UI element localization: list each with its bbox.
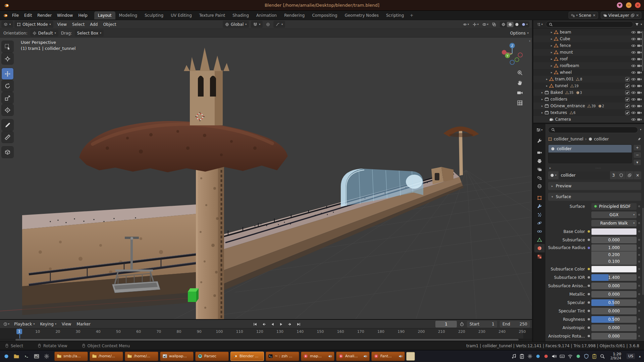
outliner-item-tram-001[interactable]: ▸tram.0018	[533, 76, 644, 82]
taskbar-app-home[interactable]: /home/...	[125, 352, 158, 361]
outliner-item-textures[interactable]: ▸textures6	[533, 109, 644, 116]
properties-tab-render[interactable]	[534, 148, 545, 157]
annotate-tool[interactable]	[2, 119, 13, 131]
decorator-dot[interactable]	[637, 327, 641, 328]
timeline-menu-view[interactable]: View	[59, 321, 74, 327]
camera-icon[interactable]	[637, 104, 642, 109]
scrollbar-thumb[interactable]	[15, 339, 519, 341]
camera-icon[interactable]	[637, 70, 642, 75]
eye-icon[interactable]	[631, 30, 636, 35]
properties-tab-view-layer[interactable]	[534, 165, 545, 174]
checkbox-icon[interactable]	[625, 97, 630, 102]
resize-grip[interactable]: ····	[595, 166, 601, 170]
outliner-search-input[interactable]	[554, 22, 630, 27]
tray-gear-icon[interactable]	[527, 354, 533, 359]
launcher-folder-button[interactable]	[12, 352, 21, 361]
show-overlays-button[interactable]: ▾	[481, 22, 490, 27]
add-cube-tool[interactable]	[2, 146, 13, 158]
taskbar-app-smb-a[interactable]: smb://a...	[54, 352, 88, 361]
copy-icon[interactable]	[631, 13, 635, 17]
taskbar-app-anali[interactable]: Anali...	[336, 352, 370, 361]
tray-dot-icon[interactable]	[543, 354, 549, 359]
decorator-dot[interactable]	[637, 335, 641, 337]
taskbar-app-fant[interactable]: Fant...	[371, 352, 405, 361]
blender-menu-icon[interactable]	[3, 13, 8, 18]
menu-help[interactable]: Help	[75, 12, 90, 19]
outliner-item-ognew-entrance[interactable]: ▸OGnew_entrance392	[533, 103, 644, 109]
taskbar-app-wallpap[interactable]: wallpap...	[160, 352, 194, 361]
outliner-item-cube[interactable]: ▸Cube	[533, 36, 644, 42]
value-slider[interactable]: 0.100	[591, 258, 637, 265]
eye-icon[interactable]	[631, 117, 636, 122]
slot-specials-button[interactable]: ▾	[633, 159, 641, 166]
tray-keyboard-icon[interactable]	[559, 354, 565, 359]
outliner-item-baked[interactable]: ▸Baked353	[533, 89, 644, 96]
move-tool[interactable]	[2, 68, 13, 79]
properties-tab-modifiers[interactable]	[534, 202, 545, 210]
launcher-start-button[interactable]	[2, 352, 11, 361]
tab-modeling[interactable]: Modeling	[115, 11, 141, 19]
prev-keyframe-button[interactable]	[260, 321, 268, 327]
decorator-dot[interactable]	[637, 222, 641, 224]
outliner-item-roofbeam[interactable]: ▸roofbeam	[533, 62, 644, 69]
empty-task-button[interactable]	[406, 352, 415, 361]
editor-type-button[interactable]: ▾	[1, 21, 13, 28]
properties-search-input[interactable]	[557, 127, 635, 132]
camera-icon[interactable]	[637, 43, 642, 48]
tab-geometry-nodes[interactable]: Geometry Nodes	[341, 11, 382, 19]
color-swatch[interactable]	[591, 266, 637, 273]
value-slider[interactable]: 0.500	[591, 299, 637, 306]
unlink-icon[interactable]: ×	[636, 13, 639, 17]
cursor-tool[interactable]	[2, 53, 13, 64]
scale-tool[interactable]	[2, 92, 13, 104]
value-slider[interactable]: 0.000	[591, 308, 637, 314]
eye-icon[interactable]	[631, 43, 636, 48]
decorator-dot[interactable]	[637, 302, 641, 303]
show-gizmo-button[interactable]: ▾	[471, 22, 480, 27]
node-selector[interactable]: Principled BSDF	[591, 203, 637, 210]
surface-panel-header[interactable]: ▾ Surface	[548, 193, 641, 201]
tray-speaker-icon[interactable]	[551, 354, 557, 359]
tab-animation[interactable]: Animation	[253, 11, 280, 19]
breadcrumb-object[interactable]: collider_tunnel	[554, 137, 583, 141]
minimize-button[interactable]: −	[626, 2, 632, 8]
properties-tab-scene[interactable]	[534, 174, 545, 182]
outliner-item-camera[interactable]: Camera	[533, 116, 644, 123]
decorator-dot[interactable]	[637, 277, 641, 278]
decorator-dot[interactable]	[637, 205, 641, 207]
tray-note-icon[interactable]	[511, 354, 517, 359]
launcher-terminal-button[interactable]	[22, 352, 31, 361]
decorator-dot[interactable]	[637, 247, 641, 249]
checkbox-icon[interactable]	[625, 104, 630, 109]
timeline-editor-button[interactable]: ▾	[2, 321, 11, 327]
zoom-button[interactable]	[517, 70, 523, 76]
viewport-menu-select[interactable]: Select	[69, 21, 87, 28]
timeline-ruler[interactable]: 1 10203040506070809010011012013014015016…	[0, 328, 532, 339]
tray-magnifier-icon[interactable]	[600, 354, 605, 359]
unlink-icon[interactable]: ×	[593, 13, 596, 17]
eye-icon[interactable]	[631, 63, 636, 68]
expand-arrow-icon[interactable]: ▸	[549, 44, 554, 47]
expand-arrow-icon[interactable]: ▸	[549, 31, 554, 34]
eye-icon[interactable]	[631, 110, 636, 115]
expand-arrow-icon[interactable]: ▸	[549, 37, 554, 41]
tray-shield-icon[interactable]	[584, 354, 589, 359]
mode-dropdown[interactable]: Object Mode ▾	[14, 21, 53, 28]
eye-icon[interactable]	[631, 37, 636, 42]
snapping-dropdown[interactable]: ▾	[251, 21, 263, 28]
properties-tab-object[interactable]	[534, 194, 545, 202]
camera-view-button[interactable]	[517, 90, 523, 96]
decorator-dot[interactable]	[637, 214, 641, 216]
outliner-item-wheel[interactable]: ▸wheel	[533, 69, 644, 76]
taskbar-app-map[interactable]: map...	[301, 352, 334, 361]
jump-start-button[interactable]	[251, 321, 259, 327]
decorator-dot[interactable]	[637, 268, 641, 270]
duplicate-material-button[interactable]	[626, 171, 634, 179]
transform-tool[interactable]	[2, 104, 13, 116]
expand-arrow-icon[interactable]: ▸	[540, 98, 544, 101]
outliner-search[interactable]	[546, 21, 633, 27]
properties-search[interactable]	[548, 127, 638, 133]
dropdown[interactable]: GGX▾	[591, 212, 637, 218]
tab-rendering[interactable]: Rendering	[280, 11, 308, 19]
decorator-dot[interactable]	[637, 239, 641, 241]
